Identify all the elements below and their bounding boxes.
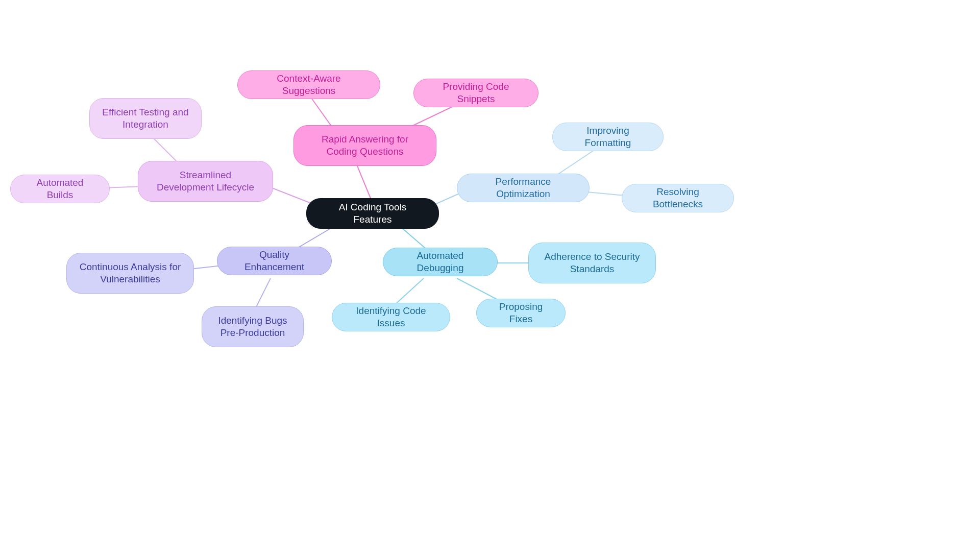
mindmap-canvas: AI Coding Tools Features Rapid Answering… (0, 0, 980, 553)
node-label: Continuous Analysis for Vulnerabilities (79, 261, 181, 285)
leaf-continuous-analysis: Continuous Analysis for Vulnerabilities (66, 253, 194, 294)
leaf-resolving-bottlenecks: Resolving Bottlenecks (622, 184, 734, 212)
branch-automated-debugging: Automated Debugging (383, 248, 498, 276)
node-label: Automated Builds (23, 177, 97, 201)
leaf-efficient-testing: Efficient Testing and Integration (89, 98, 202, 139)
leaf-code-issues: Identifying Code Issues (332, 303, 450, 331)
leaf-context-aware: Context-Aware Suggestions (237, 70, 380, 99)
node-label: Streamlined Development Lifecycle (151, 169, 260, 194)
node-label: Providing Code Snippets (426, 81, 526, 105)
node-label: Performance Optimization (470, 176, 577, 200)
leaf-improving-formatting: Improving Formatting (552, 123, 664, 151)
node-label: Adherence to Security Standards (541, 251, 643, 275)
node-label: Resolving Bottlenecks (634, 186, 721, 210)
node-label: Identifying Bugs Pre-Production (214, 315, 291, 339)
node-label: Context-Aware Suggestions (250, 73, 368, 97)
branch-rapid-answering: Rapid Answering for Coding Questions (293, 125, 436, 166)
leaf-security-standards: Adherence to Security Standards (528, 243, 656, 283)
node-label: Quality Enhancement (230, 249, 319, 273)
branch-streamlined-dev: Streamlined Development Lifecycle (138, 161, 273, 202)
node-label: Identifying Code Issues (345, 305, 437, 329)
branch-performance-optimization: Performance Optimization (457, 174, 590, 202)
node-label: Automated Debugging (396, 250, 485, 274)
leaf-proposing-fixes: Proposing Fixes (476, 299, 566, 327)
svg-line-12 (393, 278, 424, 306)
center-label: AI Coding Tools Features (319, 201, 426, 226)
svg-line-10 (255, 278, 271, 309)
center-node: AI Coding Tools Features (306, 198, 439, 229)
leaf-identifying-bugs: Identifying Bugs Pre-Production (202, 306, 304, 347)
node-label: Rapid Answering for Coding Questions (306, 133, 424, 158)
leaf-code-snippets: Providing Code Snippets (413, 79, 538, 107)
leaf-automated-builds: Automated Builds (10, 175, 110, 203)
node-label: Improving Formatting (565, 125, 651, 149)
node-label: Proposing Fixes (489, 301, 553, 325)
node-label: Efficient Testing and Integration (102, 106, 189, 131)
branch-quality-enhancement: Quality Enhancement (217, 247, 332, 275)
